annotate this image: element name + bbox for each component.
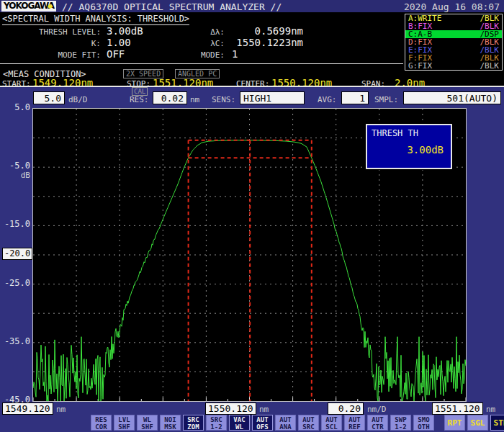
mode-value: 1 xyxy=(232,48,238,60)
sweep-sgl-button[interactable]: SGL xyxy=(467,415,488,431)
delta-lambda-label: Δλ: xyxy=(173,27,225,37)
trace-status: /BLK xyxy=(480,62,500,70)
y-axis-label: -15.0 xyxy=(0,219,30,229)
analysis-header: <SPECTRAL WIDTH ANALYSIS: THRESHOLD> xyxy=(2,14,189,25)
softkey-swp-1-2[interactable]: SWP 1-2 xyxy=(390,415,411,431)
softkey-smo-oth[interactable]: SMO OTH xyxy=(413,415,434,431)
span-label: SPAN: xyxy=(361,79,385,89)
softkey-aut-src[interactable]: AUT SRC xyxy=(298,415,319,431)
mode-fit-value: OFF xyxy=(107,48,125,60)
title-bar: YOKOGAWA ◆ // AQ6370D OPTICAL SPECTRUM A… xyxy=(0,0,504,12)
center-label: CENTER: xyxy=(236,79,269,89)
softkey-src-1-2[interactable]: SRC 1-2 xyxy=(206,415,227,431)
trace-id: G:FIX xyxy=(408,61,432,71)
thresh-info-title: THRESH TH xyxy=(372,128,418,138)
trace-status-panel: A:WRITE/BLKB:FIX/BLKC:A-B/DSPD:FIX/BLKE:… xyxy=(405,14,503,71)
analysis-divider xyxy=(0,63,403,64)
avg-box: 1 xyxy=(341,91,369,104)
y-axis-unit: dB xyxy=(0,171,30,180)
k-value: 1.00 xyxy=(107,37,131,48)
softkey-res-cor[interactable]: RES COR xyxy=(91,415,112,431)
thresh-info-box: THRESH TH 3.00dB xyxy=(366,124,452,169)
softkey-aut-ref[interactable]: AUT REF xyxy=(344,415,365,431)
ref-level-box: -20.0 xyxy=(2,248,32,260)
softkey-lvl-shf[interactable]: LVL SHF xyxy=(114,415,135,431)
softkey-aut-scl[interactable]: AUT SCL xyxy=(321,415,342,431)
lambda-c-label: λC: xyxy=(173,39,225,48)
softkey-aut-ctr[interactable]: AUT CTR xyxy=(367,415,388,431)
delta-lambda-value: 0.5699nm xyxy=(227,25,303,37)
softkey-noi-msk[interactable]: NOI MSK xyxy=(160,415,181,431)
res-box: 0.02 xyxy=(153,91,187,104)
res-unit: nm xyxy=(190,95,199,104)
sens-label: SENS: xyxy=(212,95,235,104)
y-axis-label: -5.0 xyxy=(0,161,30,171)
x-stop-box: 1551.120 xyxy=(432,402,483,415)
k-label: K: xyxy=(0,39,101,48)
softkey-src-zom[interactable]: SRC ZOM xyxy=(183,415,204,431)
softkey-vac-wl[interactable]: VAC WL xyxy=(229,415,250,431)
logo-diamond-icon: ◆ xyxy=(48,1,53,12)
start-label: START: xyxy=(2,79,31,89)
res-label: RES: xyxy=(130,95,149,104)
softkey-aut-ofs[interactable]: AUT OFS xyxy=(252,415,273,431)
x-start-box: 1549.120 xyxy=(2,402,53,415)
mode-fit-label: MODE FIT: xyxy=(0,50,101,60)
softkey-wl-shf[interactable]: WL SHF xyxy=(137,415,158,431)
y-axis-label: -25.0 xyxy=(0,278,30,288)
mode-label: MODE: xyxy=(173,50,225,60)
x-start-unit: nm xyxy=(56,405,66,414)
trace-row-g: G:FIX/BLK xyxy=(405,62,502,70)
thresh-info-value: 3.00dB xyxy=(407,144,444,156)
upper-panel: <SPECTRAL WIDTH ANALYSIS: THRESHOLD> THR… xyxy=(0,12,504,86)
sweep-stp-button[interactable]: STP xyxy=(490,415,504,431)
x-center-unit: nm xyxy=(259,405,269,414)
smpl-box: 501(AUTO) xyxy=(403,91,501,104)
y-axis-label: 5.0 xyxy=(0,102,30,112)
thresh-level-label: THRESH LEVEL: xyxy=(0,27,101,37)
level-scale-unit: dB/D xyxy=(68,95,88,104)
x-per-div-box: 0.20 xyxy=(328,402,364,415)
meas-divider xyxy=(0,86,504,87)
y-axis-label: -35.0 xyxy=(0,336,30,346)
osa-screen: YOKOGAWA ◆ // AQ6370D OPTICAL SPECTRUM A… xyxy=(0,0,504,432)
sens-box: HIGH1 xyxy=(240,91,305,104)
avg-label: AVG: xyxy=(318,95,337,104)
softkey-aut-ana[interactable]: AUT ANA xyxy=(275,415,296,431)
smpl-label: SMPL: xyxy=(374,95,398,104)
thresh-level-value: 3.00dB xyxy=(107,25,143,37)
x-center-box: 1550.120 xyxy=(205,402,256,415)
page-title: // AQ6370D OPTICAL SPECTRUM ANALYZER // xyxy=(62,1,282,12)
toolbar-gap xyxy=(436,415,442,431)
lambda-c-value: 1550.1223nm xyxy=(227,37,303,48)
x-stop-unit: nm xyxy=(486,405,495,414)
clock: 2020 Aug 16 08:07 xyxy=(404,1,500,12)
sweep-rpt-button[interactable]: RPT xyxy=(444,415,465,431)
x-per-div-unit: nm/D xyxy=(367,405,387,414)
level-scale-box: 5.0 xyxy=(33,91,65,104)
softkey-toolbar: RES CORLVL SHFWL SHFNOI MSKSRC ZOMSRC 1-… xyxy=(91,415,504,431)
